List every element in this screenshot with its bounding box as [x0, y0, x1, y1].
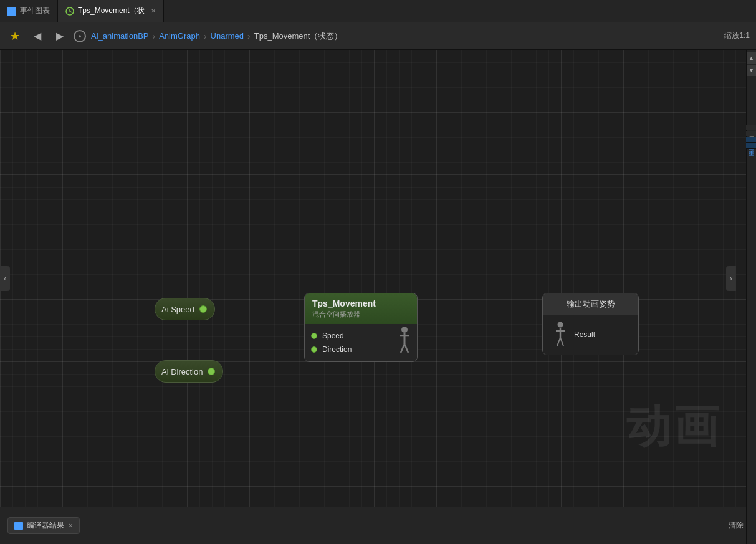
- tps-movement-node[interactable]: Tps_Movement 混合空间播放器 Speed Direction: [304, 293, 418, 362]
- right-label-edge[interactable]: 边: [746, 125, 756, 130]
- right-scroll-down[interactable]: ▼: [747, 65, 756, 76]
- right-label-cmd[interactable]: 命: [746, 131, 756, 136]
- toolbar: ★ ◀ ▶ ● Ai_animationBP › AnimGraph › Una…: [0, 22, 756, 50]
- ai-direction-pill: Ai Direction: [155, 360, 223, 383]
- tps-movement-subtitle: 混合空间播放器: [312, 310, 409, 319]
- home-icon[interactable]: ●: [74, 30, 86, 42]
- output-human-icon: [552, 321, 569, 348]
- right-label-h1[interactable]: 重: [746, 137, 756, 143]
- output-body: Result: [543, 315, 638, 355]
- left-collapse-arrow[interactable]: ‹: [0, 266, 10, 291]
- compiler-tab-close[interactable]: ✕: [68, 522, 73, 529]
- favorite-button[interactable]: ★: [6, 27, 24, 45]
- ai-direction-label: Ai Direction: [161, 367, 203, 376]
- breadcrumb: Ai_animationBP › AnimGraph › Unarmed › T…: [91, 31, 719, 42]
- ai-direction-node[interactable]: Ai Direction: [155, 360, 223, 383]
- tab-tps-label: Tps_Movement（状: [78, 6, 145, 16]
- breadcrumb-ai-anim[interactable]: Ai_animationBP: [91, 31, 149, 41]
- tps-movement-body: Speed Direction: [305, 324, 417, 361]
- canvas-grid: [0, 50, 746, 507]
- forward-icon: ▶: [56, 30, 64, 42]
- compiler-results-tab[interactable]: 编译器结果 ✕: [7, 517, 80, 534]
- tab-close-btn[interactable]: ✕: [151, 7, 156, 14]
- breadcrumb-unarmed[interactable]: Unarmed: [211, 31, 244, 41]
- compiler-tab-label: 编译器结果: [27, 520, 64, 531]
- svg-line-9: [557, 338, 560, 346]
- breadcrumb-sep-3: ›: [247, 31, 251, 41]
- svg-line-4: [401, 344, 404, 353]
- direction-input-dot[interactable]: [311, 346, 317, 353]
- tab-tps-movement[interactable]: Tps_Movement（状 ✕: [58, 0, 164, 22]
- speed-port-label: Speed: [322, 332, 344, 340]
- compiler-icon: [14, 522, 23, 530]
- ai-speed-output-dot[interactable]: [199, 305, 207, 313]
- output-header: 输出动画姿势: [543, 293, 638, 315]
- breadcrumb-sep-2: ›: [204, 31, 207, 41]
- right-label-h2[interactable]: 重: [746, 143, 756, 149]
- tab-event-graph-label: 事件图表: [20, 6, 50, 16]
- bottom-panel: 编译器结果 ✕ 清除: [0, 507, 756, 544]
- right-scroll-up[interactable]: ▲: [747, 52, 756, 64]
- svg-point-6: [558, 322, 563, 328]
- left-arrow-icon: ‹: [4, 274, 6, 283]
- tab-bar: 事件图表 Tps_Movement（状 ✕: [0, 0, 756, 22]
- breadcrumb-anim-graph[interactable]: AnimGraph: [159, 31, 200, 41]
- right-collapse-arrow[interactable]: ›: [726, 266, 736, 291]
- anim-icon: [65, 7, 74, 16]
- ai-speed-label: Ai Speed: [161, 305, 194, 314]
- star-icon: ★: [10, 29, 20, 43]
- svg-line-5: [404, 344, 408, 353]
- right-panel: ▲ ▼ 边 命 重 重: [746, 0, 756, 544]
- tab-event-graph[interactable]: 事件图表: [0, 0, 58, 22]
- grid-icon: [7, 7, 16, 16]
- clear-button[interactable]: 清除: [724, 518, 749, 533]
- ai-speed-node[interactable]: Ai Speed: [155, 298, 215, 320]
- zoom-label: 缩放1:1: [724, 31, 750, 41]
- svg-point-1: [401, 327, 408, 333]
- right-arrow-icon: ›: [730, 274, 732, 283]
- ai-speed-pill: Ai Speed: [155, 298, 215, 320]
- tps-movement-title: Tps_Movement: [312, 298, 409, 308]
- canvas-area[interactable]: Ai Speed Ai Direction Tps_Movement 混合空间播…: [0, 50, 746, 507]
- breadcrumb-current: Tps_Movement（状态）: [254, 31, 343, 42]
- tps-movement-header: Tps_Movement 混合空间播放器: [305, 293, 417, 324]
- back-button[interactable]: ◀: [29, 27, 46, 45]
- human-figure-icon: [395, 325, 414, 355]
- back-icon: ◀: [34, 30, 41, 42]
- direction-port-label: Direction: [322, 345, 352, 354]
- output-node[interactable]: 输出动画姿势 Result: [542, 293, 639, 355]
- svg-line-10: [560, 338, 563, 346]
- right-labels-container: 边 命 重 重: [746, 125, 756, 149]
- breadcrumb-sep-1: ›: [153, 31, 156, 41]
- ai-direction-output-dot[interactable]: [208, 368, 215, 375]
- right-panel-controls: ▲ ▼: [747, 52, 756, 76]
- output-result-label: Result: [574, 330, 595, 339]
- forward-button[interactable]: ▶: [51, 27, 69, 45]
- speed-input-dot[interactable]: [311, 333, 317, 339]
